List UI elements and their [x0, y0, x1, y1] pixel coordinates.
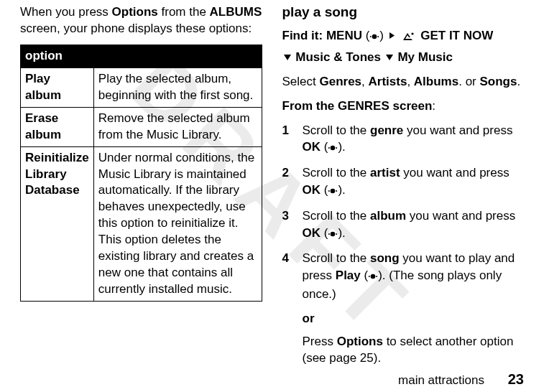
ok-label: OK [303, 183, 321, 197]
albums-label: Albums [414, 75, 458, 88]
table-row: Play album Play the selected album, begi… [21, 67, 262, 107]
text: , [361, 75, 368, 88]
table-row: Erase album Remove the selected album fr… [21, 107, 262, 146]
text: Scroll to the [303, 166, 371, 179]
table-header-row: option [21, 45, 262, 67]
albums-label: ALBUMS [210, 5, 262, 19]
center-key-icon [328, 183, 338, 200]
song-bold: song [370, 251, 400, 265]
text: ). [338, 140, 345, 154]
right-column: play a song Find it: MENU () GET IT NOW … [282, 4, 525, 388]
or-label: or [303, 310, 525, 327]
svg-marker-6 [284, 55, 291, 60]
options-label: Options [337, 335, 383, 348]
text: from the [158, 5, 210, 19]
svg-point-14 [331, 231, 336, 236]
text: : [432, 99, 435, 113]
my-music-label: My Music [397, 50, 453, 64]
text: screen [389, 99, 433, 113]
text: you want and press [403, 123, 512, 137]
find-it-block: Find it: MENU () GET IT NOW Music & Tone… [282, 26, 525, 66]
songs-label: Songs [479, 75, 517, 88]
text: Scroll to the [303, 123, 371, 137]
option-name: Reinitialize Library Database [21, 146, 94, 301]
option-name: Play album [21, 67, 94, 107]
svg-point-17 [371, 274, 376, 279]
svg-point-1 [370, 36, 372, 37]
select-line: Select Genres, Artists, Albums. or Songs… [282, 73, 525, 90]
svg-marker-7 [386, 55, 393, 60]
svg-marker-4 [403, 33, 412, 40]
center-key-icon [369, 28, 379, 47]
down-arrow-icon [386, 47, 393, 66]
svg-point-18 [369, 276, 370, 277]
genre-bold: genre [370, 123, 403, 137]
find-it-label: Find it: [282, 29, 323, 42]
option-desc: Under normal conditions, the Music Libra… [93, 146, 262, 301]
svg-point-0 [372, 34, 377, 39]
press-options-line: Press Options to select another option (… [303, 333, 525, 368]
center-key-icon [328, 140, 338, 157]
svg-marker-3 [389, 32, 395, 39]
from-the-genres-line: From the GENRES screen: [282, 98, 525, 115]
text: ( [321, 183, 328, 197]
text: Press [303, 335, 337, 348]
menu-label: MENU [326, 29, 362, 42]
right-arrow-icon [389, 26, 395, 45]
svg-point-9 [328, 147, 330, 149]
page-content: When you press Options from the ALBUMS s… [0, 0, 544, 392]
text: ). [338, 183, 345, 197]
text: ). [338, 226, 345, 240]
options-label: Options [112, 5, 158, 19]
artists-label: Artists [369, 75, 407, 88]
list-item: Scroll to the genre you want and press O… [282, 122, 525, 158]
svg-point-11 [331, 189, 336, 194]
text: you want and press [406, 209, 515, 223]
text: Select [282, 75, 320, 88]
music-tones-label: Music & Tones [295, 50, 381, 64]
text: ( [321, 140, 328, 154]
text: Scroll to the [303, 251, 371, 265]
option-desc: Play the selected album, beginning with … [93, 67, 262, 107]
list-item: Scroll to the artist you want and press … [282, 164, 525, 200]
text: screen, your phone displays these option… [20, 22, 252, 35]
ok-label: OK [303, 226, 321, 240]
list-item: Scroll to the album you want and press O… [282, 207, 525, 243]
get-it-now-icon [401, 29, 415, 47]
text: . or [458, 75, 479, 88]
text: When you press [20, 5, 112, 19]
left-intro-paragraph: When you press Options from the ALBUMS s… [20, 4, 262, 37]
text: you want and press [400, 166, 510, 179]
text: Scroll to the [303, 209, 371, 223]
center-key-icon [368, 269, 378, 286]
svg-point-12 [328, 190, 330, 192]
play-a-song-heading: play a song [282, 4, 525, 20]
down-arrow-icon [284, 47, 291, 66]
ok-label: OK [303, 140, 321, 154]
svg-point-15 [328, 233, 330, 235]
get-it-now-label: GET IT NOW [420, 29, 493, 42]
table-row: Reinitialize Library Database Under norm… [21, 146, 262, 301]
genres-caps-label: GENRES [338, 99, 389, 113]
table-header-cell: option [21, 45, 262, 67]
or-text: or [303, 312, 315, 325]
genres-label: Genres [319, 75, 361, 88]
option-desc: Remove the selected album from the Music… [93, 107, 262, 146]
steps-list: Scroll to the genre you want and press O… [282, 122, 525, 303]
text: From the [282, 99, 338, 113]
play-label: Play [336, 269, 361, 282]
text: , [407, 75, 413, 88]
album-bold: album [370, 209, 406, 223]
text: ( [321, 226, 328, 240]
svg-point-8 [331, 146, 336, 151]
svg-point-5 [412, 32, 414, 34]
left-column: When you press Options from the ALBUMS s… [20, 4, 262, 388]
center-key-icon [328, 226, 338, 243]
text: . [517, 75, 520, 88]
options-table: option Play album Play the selected albu… [20, 45, 262, 302]
artist-bold: artist [370, 166, 400, 179]
text: ( [361, 269, 368, 282]
text: ) [379, 29, 387, 42]
list-item: Scroll to the song you want to play and … [282, 250, 525, 302]
option-name: Erase album [21, 107, 94, 146]
